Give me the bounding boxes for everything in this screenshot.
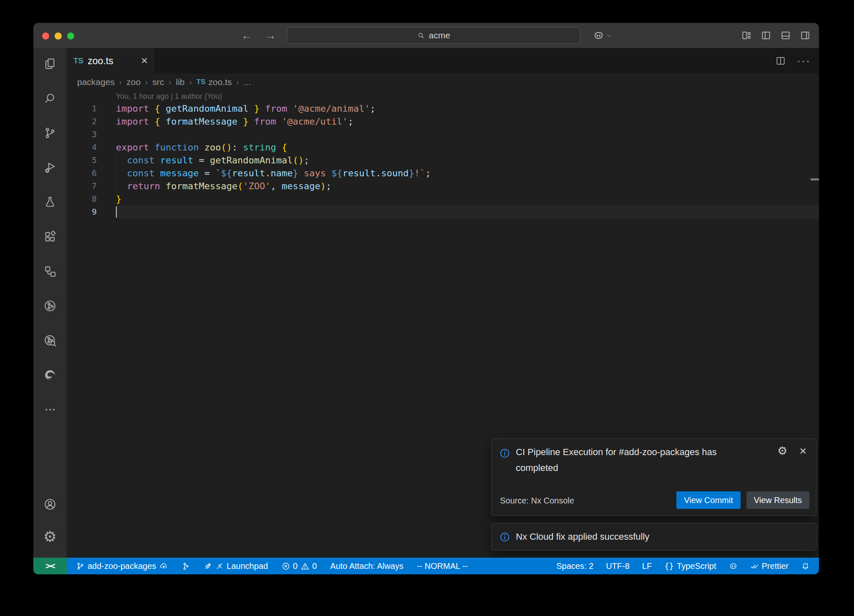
code-line[interactable]: 3 [67, 128, 819, 141]
back-arrow-icon[interactable]: ← [241, 29, 252, 42]
status-text: Spaces: 2 [556, 561, 593, 571]
linked-squares-icon [43, 265, 57, 278]
activity-item-settings[interactable]: ⚙ [40, 527, 60, 547]
breadcrumb: packages›zoo›src›lib›TSzoo.ts›... [67, 74, 819, 90]
code-line[interactable]: 9 [67, 205, 819, 218]
customize-layout-icon[interactable] [741, 30, 752, 41]
activity-item-testing[interactable] [40, 192, 60, 212]
code-line-content[interactable]: const message = `${result.name} says ${r… [116, 167, 819, 180]
status-item-problems[interactable]: 00 [281, 561, 317, 571]
bell-dot-icon [801, 562, 810, 571]
breadcrumb-label: zoo [126, 77, 141, 87]
view-results-button[interactable]: View Results [746, 491, 809, 509]
activity-item-circle-branch-view[interactable] [40, 296, 60, 316]
line-number: 1 [67, 102, 116, 115]
forward-arrow-icon[interactable]: → [265, 29, 276, 42]
beaker-icon [43, 195, 57, 209]
breadcrumb-label: src [152, 77, 164, 87]
tab-zoo-ts[interactable]: TS zoo.ts ✕ [67, 48, 155, 74]
status-text: 0 [312, 561, 317, 571]
gear-icon[interactable]: ⚙ [777, 446, 787, 457]
status-item-language[interactable]: {}TypeScript [664, 561, 716, 571]
status-item-formatter[interactable]: Prettier [750, 561, 789, 571]
code-line[interactable]: 7 return formatMessage('ZOO', message); [67, 180, 819, 193]
account-icon [43, 498, 57, 511]
layout-controls [741, 23, 811, 48]
breadcrumb-label: packages [77, 77, 115, 87]
status-text: UTF-8 [606, 561, 630, 571]
activity-item-edge-browser[interactable] [40, 365, 60, 385]
code-line-content[interactable]: } [116, 193, 819, 205]
status-item-indentation[interactable]: Spaces: 2 [556, 561, 593, 571]
toggle-primary-sidebar-icon[interactable] [761, 30, 771, 41]
status-text: Auto Attach: Always [330, 561, 404, 571]
breadcrumb-item[interactable]: zoo [126, 77, 141, 87]
code-editor[interactable]: 1import { getRandomAnimal } from '@acme/… [67, 102, 819, 218]
status-item-launchpad[interactable]: Launchpad [203, 561, 268, 571]
code-line[interactable]: 1import { getRandomAnimal } from '@acme/… [67, 102, 819, 115]
code-line-content[interactable] [116, 205, 819, 218]
copilot-icon [729, 562, 738, 571]
toggle-panel-icon[interactable] [780, 30, 791, 41]
window-controls [42, 33, 74, 40]
activity-item-run-and-debug[interactable] [40, 158, 60, 178]
toggle-secondary-sidebar-icon[interactable] [800, 30, 811, 41]
git-blame-annotation: You, 1 hour ago | 1 author (You) [67, 90, 819, 102]
remote-indicator[interactable]: >< [33, 558, 67, 574]
breadcrumb-item[interactable]: TSzoo.ts [196, 77, 232, 87]
copilot-menu[interactable] [593, 23, 612, 48]
minimize-window-button[interactable] [55, 33, 62, 40]
status-item-copilot[interactable] [729, 562, 738, 571]
status-item-source-control-graph[interactable] [181, 562, 190, 571]
activity-item-additional-views[interactable] [40, 400, 60, 420]
activity-item-source-control[interactable] [40, 123, 60, 143]
code-line[interactable]: 2import { formatMessage } from '@acme/ut… [67, 115, 819, 128]
code-line[interactable]: 8} [67, 193, 819, 205]
code-line-content[interactable]: export function zoo(): string { [116, 141, 819, 154]
braces-icon: {} [664, 561, 674, 571]
search-icon [43, 92, 57, 105]
status-item-auto-attach[interactable]: Auto Attach: Always [330, 561, 404, 571]
breadcrumb-item[interactable]: lib [176, 77, 185, 87]
close-icon[interactable]: ✕ [799, 446, 807, 457]
split-editor-icon[interactable] [775, 55, 786, 66]
copilot-icon [593, 30, 604, 41]
warning-icon [301, 562, 309, 571]
more-actions-icon[interactable]: ··· [797, 57, 811, 65]
close-window-button[interactable] [42, 33, 49, 40]
activity-item-linked-squares-view[interactable] [40, 261, 60, 281]
status-item-eol[interactable]: LF [642, 561, 652, 571]
code-line-content[interactable]: import { formatMessage } from '@acme/uti… [116, 115, 819, 128]
activity-item-extensions[interactable] [40, 227, 60, 247]
code-line[interactable]: 5 const result = getRandomAnimal(); [67, 154, 819, 167]
code-line[interactable]: 6 const message = `${result.name} says $… [67, 167, 819, 180]
breadcrumb-item[interactable]: src [152, 77, 164, 87]
status-item-vim-mode[interactable]: -- NORMAL -- [417, 561, 468, 571]
command-center-search[interactable]: acme [287, 27, 580, 44]
code-line-content[interactable]: return formatMessage('ZOO', message); [116, 180, 819, 193]
status-item-notifications-bell[interactable] [801, 562, 810, 571]
status-text: Prettier [762, 561, 789, 571]
typescript-file-icon: TS [196, 78, 206, 86]
tab-bar: TS zoo.ts ✕ ··· [67, 48, 819, 74]
breadcrumb-item[interactable]: ... [244, 77, 251, 87]
debug-icon [43, 161, 57, 174]
code-line-content[interactable] [116, 128, 819, 141]
code-line-content[interactable]: import { getRandomAnimal } from '@acme/a… [116, 102, 819, 115]
breadcrumb-item[interactable]: packages [77, 77, 115, 87]
code-line[interactable]: 4export function zoo(): string { [67, 141, 819, 154]
status-item-encoding[interactable]: UTF-8 [606, 561, 630, 571]
activity-item-search[interactable] [40, 88, 60, 108]
zoom-window-button[interactable] [67, 33, 74, 40]
activity-item-circle-branch-search-view[interactable] [40, 331, 60, 351]
activity-item-explorer[interactable] [40, 54, 60, 74]
notification-toast: CI Pipeline Execution for #add-zoo-packa… [491, 438, 816, 516]
line-number: 3 [67, 128, 116, 141]
line-number: 5 [67, 154, 116, 167]
close-tab-icon[interactable]: ✕ [141, 56, 148, 66]
code-line-content[interactable]: const result = getRandomAnimal(); [116, 154, 819, 167]
activity-item-accounts[interactable] [40, 494, 60, 514]
notification-source: Source: Nx Console [500, 496, 574, 506]
view-commit-button[interactable]: View Commit [676, 491, 740, 509]
status-item-git-branch[interactable]: add-zoo-packages [76, 561, 168, 571]
